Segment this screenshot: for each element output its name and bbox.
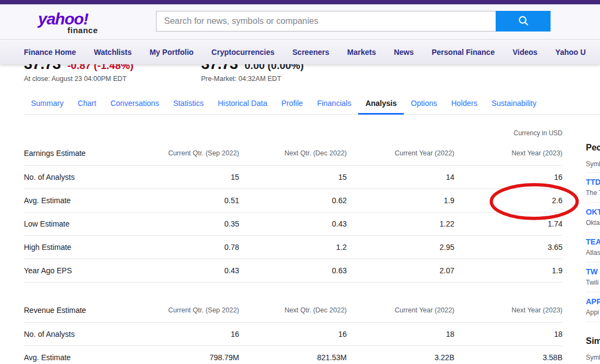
cell-value: 0.35 (135, 212, 239, 235)
row-label: No. of Analysts (24, 323, 135, 346)
pre-market-quote: 37.73 0.00 (0.00%) Pre-Market: 04:32AM E… (201, 64, 304, 83)
list-item: TEA Atlas (586, 233, 600, 262)
search-input[interactable] (156, 11, 496, 32)
price-change: -0.87 (-1.48%) (67, 64, 133, 71)
cell-value: 15 (135, 165, 239, 189)
nav-personal-finance[interactable]: Personal Finance (432, 48, 495, 57)
nav-yahoo-u[interactable]: Yahoo U (555, 48, 586, 57)
cell-value: 3.22B (347, 346, 454, 364)
tab-sustainability[interactable]: Sustainability (485, 92, 544, 115)
cell-value: 1.74 (454, 212, 562, 235)
nav-news[interactable]: News (394, 48, 414, 57)
pre-market-change: 0.00 (0.00%) (245, 64, 304, 71)
cell-value: 3.65 (454, 235, 562, 259)
last-price: 37.73 (24, 64, 61, 72)
table-row: No. of Analysts 16 16 18 18 (24, 323, 562, 346)
list-item: APP Appi (586, 292, 600, 322)
row-label: Year Ago EPS (24, 259, 135, 282)
nav-markets[interactable]: Markets (347, 48, 376, 57)
nav-my-portfolio[interactable]: My Portfolio (149, 48, 193, 57)
col-current-year: Current Year (2022) (347, 299, 454, 323)
nav-videos[interactable]: Videos (512, 48, 538, 57)
sidebar-company-name: Okta (586, 219, 600, 227)
masthead: yahoo! finance (0, 4, 600, 40)
earnings-estimate-table: Earnings Estimate Current Qtr. (Sep 2022… (24, 141, 562, 283)
nav-cryptocurrencies[interactable]: Cryptocurrencies (211, 48, 274, 57)
col-current-year: Current Year (2022) (347, 141, 454, 165)
list-item: OKT Okta (586, 203, 600, 233)
col-current-qtr: Current Qtr. (Sep 2022) (135, 141, 239, 165)
col-next-year: Next Year (2023) (454, 141, 562, 165)
cell-value: 16 (454, 165, 562, 189)
sidebar-symbol-link[interactable]: OKT (586, 208, 600, 216)
regular-market-quote: 37.73 -0.87 (-1.48%) At close: August 23… (24, 64, 177, 83)
tab-options[interactable]: Options (404, 92, 444, 115)
cell-value: 0.51 (135, 189, 239, 212)
nav-watchlists[interactable]: Watchlists (94, 48, 132, 57)
col-current-qtr: Current Qtr. (Sep 2022) (135, 299, 239, 323)
tab-analysis-active[interactable]: Analysis (358, 92, 404, 115)
sidebar-company-name: The T (586, 189, 600, 197)
browser-top-strip (0, 0, 600, 4)
quote-header-clipped: 37.73 -0.87 (-1.48%) At close: August 23… (0, 64, 600, 89)
cell-value: 15 (239, 165, 347, 189)
search-button[interactable] (496, 11, 551, 32)
list-item: TTD The T (586, 173, 600, 203)
search-bar (156, 11, 551, 32)
sidebar-heading-people-also-watch: Pec (586, 143, 600, 153)
earnings-table-title: Earnings Estimate (24, 141, 135, 165)
cell-value: 0.43 (135, 259, 239, 282)
tab-conversations[interactable]: Conversations (103, 92, 166, 115)
at-close-label: At close: August 23 04:00PM EDT (24, 75, 177, 83)
tab-financials[interactable]: Financials (310, 92, 358, 115)
cell-value: 3.58B (454, 346, 562, 364)
sidebar-symbol-link[interactable]: TW (586, 267, 600, 276)
tab-chart[interactable]: Chart (71, 92, 103, 115)
list-item: TW Twili (586, 262, 600, 292)
col-next-year: Next Year (2023) (454, 299, 562, 323)
cell-value: 16 (135, 323, 239, 346)
sidebar-company-name: Atlas (586, 249, 600, 256)
pre-market-price: 37.73 (201, 64, 238, 72)
cell-value: 2.95 (347, 235, 454, 259)
sidebar-company-name: Twili (586, 279, 600, 286)
sidebar-symbol-link[interactable]: APP (586, 297, 600, 306)
sidebar-symbol-column-header: Symb (586, 160, 600, 173)
tab-summary[interactable]: Summary (24, 92, 71, 115)
right-sidebar-clipped: Pec Symb TTD The T OKT Okta TEA Atlas TW… (586, 143, 600, 364)
nav-screeners[interactable]: Screeners (292, 48, 329, 57)
cell-value: 16 (239, 323, 347, 346)
cell-value: 1.9 (454, 259, 562, 282)
revenue-estimate-table: Revenue Estimate Current Qtr. (Sep 2022)… (24, 299, 562, 364)
nav-finance-home[interactable]: Finance Home (24, 48, 76, 57)
table-row: High Estimate 0.78 1.2 2.95 3.65 (24, 235, 562, 259)
cell-value: 18 (347, 323, 454, 346)
pre-market-label: Pre-Market: 04:32AM EDT (201, 75, 304, 83)
sidebar-symbol-column-header: Symb (586, 354, 600, 364)
row-label: No. of Analysts (24, 165, 135, 189)
tab-profile[interactable]: Profile (274, 92, 310, 115)
col-next-qtr: Next Qtr. (Dec 2022) (239, 141, 347, 165)
quote-tabs: Summary Chart Conversations Statistics H… (24, 92, 600, 115)
cell-value: 18 (454, 323, 562, 346)
tab-statistics[interactable]: Statistics (166, 92, 211, 115)
currency-note: Currency in USD (24, 129, 562, 137)
row-label: High Estimate (24, 235, 135, 259)
table-row: Avg. Estimate 798.79M 821.53M 3.22B 3.58… (24, 346, 562, 364)
table-row: Avg. Estimate 0.51 0.62 1.9 2.6 (24, 189, 562, 212)
row-label: Low Estimate (24, 212, 135, 235)
tab-historical-data[interactable]: Historical Data (211, 92, 274, 115)
sidebar-company-name: Appi (586, 309, 600, 316)
cell-value: 798.79M (135, 346, 239, 364)
row-label: Avg. Estimate (24, 346, 135, 364)
sidebar-symbol-link[interactable]: TTD (586, 178, 600, 186)
tab-holders[interactable]: Holders (444, 92, 484, 115)
cell-value: 1.22 (347, 212, 454, 235)
yahoo-finance-logo[interactable]: yahoo! finance (38, 11, 98, 35)
cell-value: 821.53M (239, 346, 347, 364)
cell-value: 0.62 (239, 189, 347, 212)
analysis-content: Currency in USD Earnings Estimate Curren… (24, 129, 562, 364)
cell-value: 0.63 (239, 259, 347, 282)
sidebar-symbol-link[interactable]: TEA (586, 237, 600, 246)
cell-value-circled: 2.6 (454, 189, 562, 212)
